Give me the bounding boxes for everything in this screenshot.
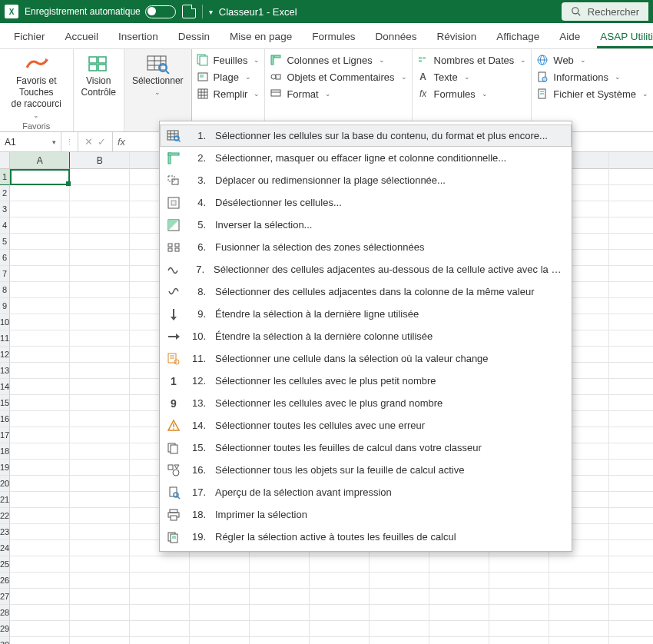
row-header[interactable]: 21 [0, 492, 10, 508]
cell[interactable] [609, 298, 653, 314]
row-header[interactable]: 30 [0, 637, 10, 644]
cell[interactable] [10, 201, 70, 217]
ribbon-formules[interactable]: fxFormules⌄ [417, 88, 527, 100]
tab-asap-utilities[interactable]: ASAP Utilities [597, 26, 653, 48]
cell[interactable] [370, 605, 429, 621]
cell[interactable] [609, 395, 653, 411]
cell[interactable] [10, 314, 70, 330]
menu-item-18[interactable]: 18.Imprimer la sélection [160, 503, 572, 526]
cell[interactable] [130, 556, 190, 573]
row-header[interactable]: 29 [0, 621, 10, 637]
menu-item-14[interactable]: 14.Sélectionner toutes les cellules avec… [160, 414, 572, 437]
cell[interactable] [190, 605, 250, 621]
menu-item-3[interactable]: 3.Déplacer ou redimensionner la plage sé… [160, 169, 572, 191]
cell[interactable] [609, 460, 653, 476]
row-header[interactable]: 23 [0, 524, 10, 540]
cell[interactable] [70, 573, 130, 589]
cell[interactable] [190, 589, 250, 605]
namebox-resize-handle[interactable]: ⋮ [61, 132, 78, 151]
row-header[interactable]: 9 [0, 298, 10, 314]
cell[interactable] [609, 556, 653, 573]
cell[interactable] [370, 556, 429, 573]
row-header[interactable]: 4 [0, 217, 10, 234]
cell[interactable] [489, 605, 549, 621]
cell[interactable] [130, 589, 190, 605]
ribbon-format[interactable]: Format⌄ [270, 88, 406, 100]
cell[interactable] [10, 266, 70, 282]
cell[interactable] [310, 573, 370, 589]
row-header[interactable]: 8 [0, 282, 10, 298]
cell[interactable] [130, 621, 190, 637]
cell[interactable] [70, 266, 130, 282]
row-header[interactable]: 2 [0, 185, 10, 201]
cell[interactable] [70, 589, 130, 605]
cell[interactable] [10, 379, 70, 395]
cell[interactable] [609, 605, 653, 621]
ribbon-select[interactable]: Sélectionner ⌄ [124, 49, 192, 131]
cell[interactable] [489, 556, 549, 573]
tab-dessin[interactable]: Dessin [175, 26, 213, 48]
cell[interactable] [70, 540, 130, 556]
tab-aide[interactable]: Aide [556, 26, 583, 48]
cell[interactable] [10, 363, 70, 379]
cell[interactable] [489, 621, 549, 637]
cell[interactable] [10, 298, 70, 314]
name-box[interactable]: A1 ▾ [0, 132, 61, 151]
row-header[interactable]: 17 [0, 427, 10, 443]
ribbon-objets[interactable]: Objets et Commentaires⌄ [270, 71, 406, 83]
cell[interactable] [489, 637, 549, 644]
chevron-down-icon[interactable]: ▾ [52, 138, 56, 146]
cell[interactable] [250, 621, 310, 637]
cell[interactable] [130, 573, 190, 589]
cell[interactable] [609, 169, 653, 185]
cell[interactable] [310, 637, 370, 644]
cell[interactable] [70, 524, 130, 540]
ribbon-favorites[interactable]: Favoris et Touches de raccourci ⌄ Favori… [0, 49, 74, 131]
cell[interactable] [10, 234, 70, 250]
cell[interactable] [429, 605, 489, 621]
row-header[interactable]: 11 [0, 330, 10, 347]
row-header[interactable]: 3 [0, 201, 10, 217]
menu-item-4[interactable]: 4.Désélectionner les cellules... [160, 191, 572, 214]
cell[interactable] [10, 443, 70, 460]
cell[interactable] [10, 427, 70, 443]
cell[interactable] [10, 250, 70, 266]
tab-affichage[interactable]: Affichage [493, 26, 542, 48]
ribbon-plage[interactable]: Plage⌄ [197, 71, 260, 83]
row-header[interactable]: 13 [0, 363, 10, 379]
cell[interactable] [10, 540, 70, 556]
cell[interactable] [70, 492, 130, 508]
cell[interactable] [429, 589, 489, 605]
cell[interactable] [549, 573, 609, 589]
cell[interactable] [10, 411, 70, 427]
ribbon-informations[interactable]: Informations⌄ [536, 71, 648, 83]
menu-item-10[interactable]: 10.Étendre la sélection à la dernière co… [160, 325, 572, 347]
cell[interactable] [10, 589, 70, 605]
cell[interactable] [310, 621, 370, 637]
cell[interactable] [70, 314, 130, 330]
cell[interactable] [70, 605, 130, 621]
cell[interactable] [429, 573, 489, 589]
cell[interactable] [250, 556, 310, 573]
cell[interactable] [609, 250, 653, 266]
cell[interactable] [489, 573, 549, 589]
cell[interactable] [10, 605, 70, 621]
cancel-icon[interactable]: ✕ [85, 136, 93, 148]
row-header[interactable]: 28 [0, 605, 10, 621]
menu-item-6[interactable]: 6.Fusionner la sélection des zones sélec… [160, 236, 572, 258]
cell[interactable] [609, 637, 653, 644]
select-all-corner[interactable] [0, 152, 10, 169]
cell[interactable] [10, 347, 70, 363]
ribbon-web[interactable]: Web⌄ [536, 54, 648, 66]
tab-fichier[interactable]: Fichier [11, 26, 48, 48]
cell[interactable] [609, 330, 653, 347]
col-header[interactable]: B [70, 152, 130, 169]
autosave-toggle[interactable]: Enregistrement automatique [25, 5, 176, 18]
cell[interactable] [190, 637, 250, 644]
tab-insertion[interactable]: Insertion [115, 26, 161, 48]
cell[interactable] [70, 363, 130, 379]
ribbon-texte[interactable]: ATexte⌄ [417, 71, 527, 83]
cell[interactable] [609, 589, 653, 605]
cell[interactable] [130, 605, 190, 621]
cell[interactable] [250, 573, 310, 589]
